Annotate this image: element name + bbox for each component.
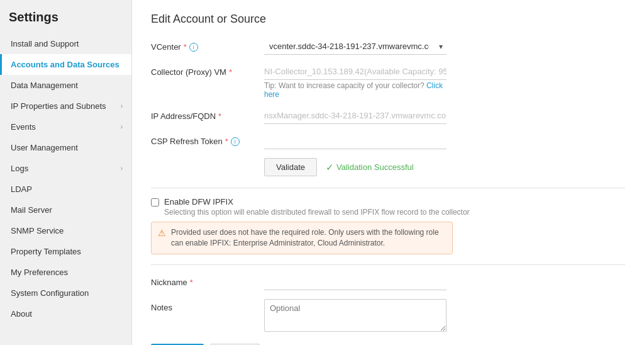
sidebar-item-logs[interactable]: Logs› [0,158,131,179]
sidebar-item-label: Accounts and Data Sources [11,60,119,69]
sidebar-item-system-configuration[interactable]: System Configuration [0,283,131,303]
collector-row: Collector (Proxy) VM * Tip: Want to incr… [151,64,625,99]
csp-row: CSP Refresh Token * i 232add00-f35e-4d7d… [151,133,625,149]
sidebar-item-label: System Configuration [11,288,89,298]
sidebar-item-label: IP Properties and Subnets [11,101,106,111]
sidebar-item-label: SNMP Service [11,226,64,235]
nickname-control: POLCY VMC M5P2 [264,274,447,290]
sidebar-item-label: Data Management [11,81,78,90]
ip-input[interactable] [264,108,447,124]
dfw-label-group: Enable DFW IPFIX Selecting this option w… [164,197,470,217]
sidebar-item-my-preferences[interactable]: My Preferences [0,262,131,283]
dfw-row: Enable DFW IPFIX Selecting this option w… [151,197,625,217]
validation-success: ✓ Validation Successful [326,162,414,173]
collector-control: Tip: Want to increase capacity of your c… [264,64,447,99]
sidebar-item-accounts-data-sources[interactable]: Accounts and Data Sources [0,54,131,75]
sidebar-item-label: My Preferences [11,268,68,277]
sidebar-item-data-management[interactable]: Data Management [0,75,131,96]
sidebar-item-user-management[interactable]: User Management [0,137,131,158]
sidebar-item-label: User Management [11,143,78,152]
sidebar-item-about[interactable]: About [0,303,131,324]
chevron-right-icon: › [121,165,123,172]
ip-label: IP Address/FQDN * [151,108,264,121]
sidebar-item-label: Mail Server [11,205,52,215]
sidebar-item-snmp-service[interactable]: SNMP Service [0,220,131,241]
nickname-section: Nickname * POLCY VMC M5P2 Notes [151,264,625,334]
sidebar-item-ldap[interactable]: LDAP [0,179,131,200]
main-content: Edit Account or Source VCenter * i vcent… [132,0,644,345]
warning-text: Provided user does not have the required… [171,227,446,249]
sidebar-item-label: Events [11,122,36,132]
csp-label: CSP Refresh Token * i [151,133,264,146]
sidebar-title: Settings [0,0,131,33]
ip-row: IP Address/FQDN * [151,108,625,124]
validate-row: Validate ✓ Validation Successful [264,158,625,176]
sidebar-item-label: Property Templates [11,247,81,256]
csp-control: 232add00-f35e-4d7d-af61-d6c06aa1d9c2 [264,133,447,149]
vcenter-select-wrapper: vcenter.sddc-34-218-191-237.vmwarevmc.co… [264,38,447,55]
vcenter-select[interactable]: vcenter.sddc-34-218-191-237.vmwarevmc.co… [264,38,447,55]
csp-input[interactable]: 232add00-f35e-4d7d-af61-d6c06aa1d9c2 [264,133,447,149]
dfw-hint: Selecting this option will enable distri… [164,208,470,217]
validate-button[interactable]: Validate [264,158,317,176]
sidebar-item-install-support[interactable]: Install and Support [0,33,131,54]
vcenter-info-icon[interactable]: i [189,43,198,52]
vcenter-label: VCenter * i [151,38,264,52]
notes-textarea[interactable] [264,299,447,332]
vcenter-row: VCenter * i vcenter.sddc-34-218-191-237.… [151,38,625,55]
sidebar-item-ip-properties-subnets[interactable]: IP Properties and Subnets› [0,96,131,116]
ip-control [264,108,447,124]
notes-control [264,299,447,334]
dfw-label: Enable DFW IPFIX [164,197,470,206]
sidebar-item-label: Logs [11,164,28,173]
collector-hint: Tip: Want to increase capacity of your c… [264,81,447,99]
collector-label: Collector (Proxy) VM * [151,64,264,77]
sidebar-item-property-templates[interactable]: Property Templates [0,241,131,262]
nickname-row: Nickname * POLCY VMC M5P2 [151,274,625,290]
notes-label: Notes [151,299,264,312]
sidebar: Settings Install and SupportAccounts and… [0,0,132,345]
page-title: Edit Account or Source [151,13,625,26]
success-check-icon: ✓ [326,162,334,173]
nickname-input[interactable]: POLCY VMC M5P2 [264,274,447,290]
chevron-right-icon: › [121,103,123,110]
sidebar-item-label: About [11,309,32,319]
dfw-checkbox[interactable] [151,198,159,206]
nickname-label: Nickname * [151,274,264,287]
chevron-right-icon: › [121,123,123,130]
warning-box: ⚠ Provided user does not have the requir… [151,222,453,254]
collector-input[interactable] [264,64,447,80]
sidebar-item-label: Install and Support [11,39,79,48]
sidebar-item-mail-server[interactable]: Mail Server [0,200,131,220]
sidebar-item-events[interactable]: Events› [0,116,131,137]
csp-info-icon[interactable]: i [231,137,240,146]
vcenter-control: vcenter.sddc-34-218-191-237.vmwarevmc.co… [264,38,447,55]
section-divider [151,188,625,188]
warning-icon: ⚠ [158,228,166,238]
notes-row: Notes [151,299,625,334]
sidebar-item-label: LDAP [11,184,32,194]
